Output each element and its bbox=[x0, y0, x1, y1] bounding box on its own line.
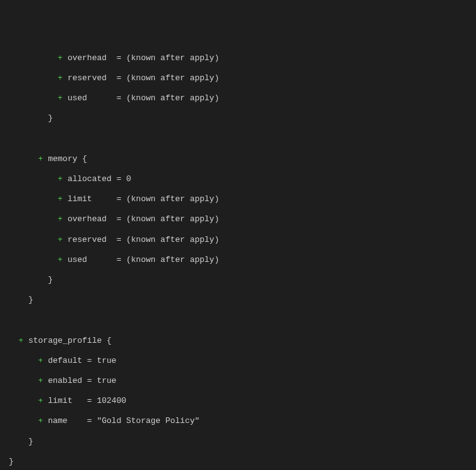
attr-line: + reserved = (known after apply) bbox=[0, 73, 476, 83]
attr-line: + used = (known after apply) bbox=[0, 93, 476, 103]
attr-line: + limit = (known after apply) bbox=[0, 194, 476, 204]
close-brace: } bbox=[0, 457, 476, 467]
attr-line: + used = (known after apply) bbox=[0, 255, 476, 265]
attr-line: + default = true bbox=[0, 356, 476, 366]
attr-line: + limit = 102400 bbox=[0, 396, 476, 406]
attr-line: + enabled = true bbox=[0, 376, 476, 386]
blank-line bbox=[0, 133, 476, 144]
attr-line: + reserved = (known after apply) bbox=[0, 235, 476, 245]
attr-line: + overhead = (known after apply) bbox=[0, 214, 476, 224]
close-brace: } bbox=[0, 275, 476, 285]
attr-line: + allocated = 0 bbox=[0, 174, 476, 184]
attr-line: + name = "Gold Storage Policy" bbox=[0, 416, 476, 426]
close-brace: } bbox=[0, 113, 476, 123]
close-brace: } bbox=[0, 295, 476, 305]
terminal-output: + overhead = (known after apply) + reser… bbox=[0, 43, 476, 470]
block-open: + memory { bbox=[0, 154, 476, 164]
attr-line: + overhead = (known after apply) bbox=[0, 53, 476, 63]
close-brace: } bbox=[0, 437, 476, 447]
blank-line bbox=[0, 315, 476, 325]
block-open: + storage_profile { bbox=[0, 336, 476, 346]
